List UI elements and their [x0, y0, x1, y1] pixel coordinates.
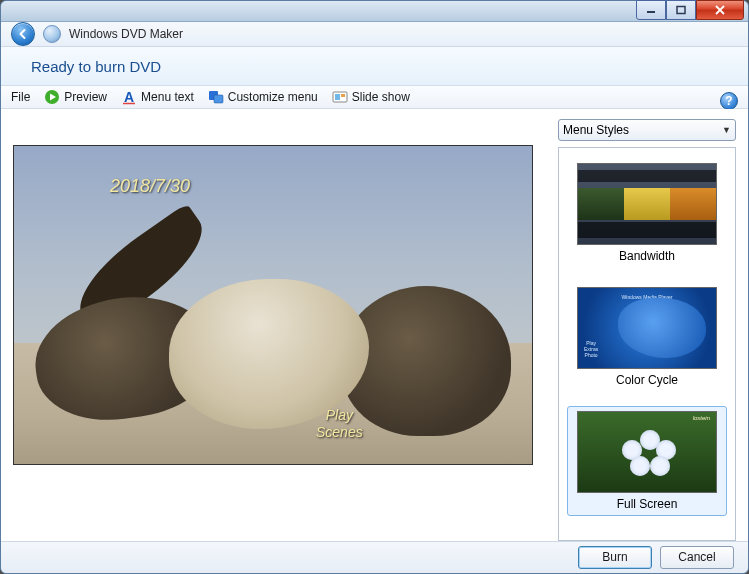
- burn-button[interactable]: Burn: [578, 546, 652, 569]
- banner-text: Ready to burn DVD: [31, 58, 161, 75]
- window-controls: [636, 0, 744, 20]
- style-item-fullscreen[interactable]: lostein Full Screen: [567, 406, 727, 516]
- customize-label: Customize menu: [228, 90, 318, 104]
- footer: Burn Cancel: [1, 541, 748, 573]
- close-icon: [714, 5, 726, 15]
- titlebar: [1, 1, 748, 22]
- svg-rect-0: [647, 11, 655, 13]
- style-item-bandwidth[interactable]: Bandwidth: [567, 158, 727, 268]
- minimize-button[interactable]: [636, 0, 666, 20]
- maximize-icon: [675, 5, 687, 15]
- svg-text:A: A: [124, 89, 134, 105]
- toolbar: File Preview A Menu text Customize menu …: [1, 86, 748, 108]
- customize-icon: [208, 89, 224, 105]
- preview-menu-play: Play: [316, 407, 363, 425]
- slideshow-label: Slide show: [352, 90, 410, 104]
- style-label: Bandwidth: [572, 249, 722, 263]
- app-title: Windows DVD Maker: [69, 27, 183, 41]
- menu-text-button[interactable]: A Menu text: [121, 89, 194, 105]
- help-icon: ?: [725, 94, 732, 108]
- maximize-button[interactable]: [666, 0, 696, 20]
- style-thumb: Windows Media Player PlayExtrasPhoto: [577, 287, 717, 369]
- customize-menu-button[interactable]: Customize menu: [208, 89, 318, 105]
- styles-list: Bandwidth Windows Media Player PlayExtra…: [558, 147, 736, 541]
- svg-rect-9: [341, 94, 345, 97]
- page-banner: Ready to burn DVD: [1, 47, 748, 87]
- svg-rect-8: [335, 94, 340, 100]
- dvd-menu-preview: 2018/7/30 Play Scenes: [13, 145, 533, 465]
- header-row: Windows DVD Maker: [1, 22, 748, 47]
- style-item-colorcycle[interactable]: Windows Media Player PlayExtrasPhoto Col…: [567, 282, 727, 392]
- preview-title-overlay: 2018/7/30: [110, 176, 190, 197]
- back-arrow-icon: [17, 28, 29, 40]
- slideshow-button[interactable]: Slide show: [332, 89, 410, 105]
- close-button[interactable]: [696, 0, 744, 20]
- style-thumb: [577, 163, 717, 245]
- minimize-icon: [645, 5, 657, 15]
- preview-label: Preview: [64, 90, 107, 104]
- chevron-down-icon: ▼: [722, 125, 731, 135]
- preview-area: 2018/7/30 Play Scenes: [13, 119, 546, 541]
- style-label: Color Cycle: [572, 373, 722, 387]
- svg-rect-1: [677, 7, 685, 14]
- file-menu[interactable]: File: [11, 90, 30, 104]
- menu-text-label: Menu text: [141, 90, 194, 104]
- slideshow-icon: [332, 89, 348, 105]
- preview-menu-scenes: Scenes: [316, 424, 363, 442]
- content-area: 2018/7/30 Play Scenes Menu Styles ▼: [1, 109, 748, 541]
- menu-styles-dropdown[interactable]: Menu Styles ▼: [558, 119, 736, 141]
- text-icon: A: [121, 89, 137, 105]
- back-button[interactable]: [11, 22, 35, 46]
- app-icon: [43, 25, 61, 43]
- app-window: Windows DVD Maker Ready to burn DVD File…: [0, 0, 749, 574]
- style-label: Full Screen: [572, 497, 722, 511]
- preview-button[interactable]: Preview: [44, 89, 107, 105]
- dropdown-label: Menu Styles: [563, 123, 629, 137]
- preview-menu-overlay: Play Scenes: [316, 407, 363, 442]
- file-label: File: [11, 90, 30, 104]
- cancel-button[interactable]: Cancel: [660, 546, 734, 569]
- style-thumb: lostein: [577, 411, 717, 493]
- play-icon: [44, 89, 60, 105]
- styles-panel: Menu Styles ▼ Bandwidth Windows Media Pl…: [558, 119, 736, 541]
- styles-scroll[interactable]: Bandwidth Windows Media Player PlayExtra…: [559, 148, 735, 540]
- svg-rect-6: [214, 95, 223, 103]
